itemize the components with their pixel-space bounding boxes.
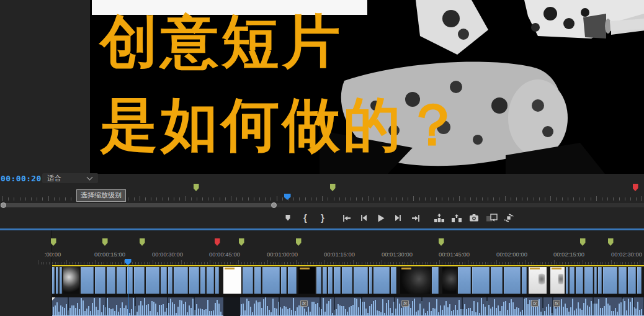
video-clip[interactable] — [603, 267, 617, 294]
waveform-bar — [382, 299, 383, 316]
audio-clip[interactable] — [52, 297, 223, 316]
waveform-bar — [429, 302, 430, 315]
video-clip[interactable] — [472, 267, 490, 294]
video-clip[interactable] — [223, 267, 241, 294]
video-clip[interactable] — [200, 267, 205, 294]
monitor-zoom-scrollbar-range[interactable] — [2, 203, 274, 207]
video-clip[interactable] — [566, 267, 568, 294]
video-clip[interactable] — [354, 267, 368, 294]
video-clip[interactable] — [522, 267, 527, 294]
video-clip[interactable] — [168, 267, 172, 294]
video-clip[interactable] — [442, 267, 457, 294]
go-to-in-icon[interactable] — [339, 212, 353, 223]
video-clip[interactable] — [56, 267, 58, 294]
extract-icon[interactable] — [450, 212, 463, 223]
video-clip[interactable] — [328, 267, 333, 294]
video-clip[interactable] — [117, 267, 126, 294]
scrollbar-handle-left[interactable] — [1, 202, 6, 208]
video-clip[interactable] — [134, 267, 145, 294]
waveform-bar — [287, 309, 288, 315]
waveform-bar — [351, 306, 352, 315]
fx-badge[interactable]: fx — [401, 300, 409, 307]
fx-badge[interactable]: fx — [300, 300, 308, 307]
video-clip[interactable] — [316, 267, 321, 294]
video-clip[interactable] — [373, 267, 390, 294]
video-clip[interactable] — [215, 267, 219, 294]
video-clip[interactable] — [146, 267, 159, 294]
waveform-bar — [109, 308, 110, 315]
video-clip[interactable] — [504, 267, 521, 294]
video-clip[interactable] — [63, 267, 79, 294]
video-clip[interactable] — [81, 267, 94, 294]
video-clip[interactable] — [619, 267, 627, 294]
scrollbar-handle-right[interactable] — [271, 202, 277, 208]
video-clip[interactable] — [95, 267, 105, 294]
video-clip[interactable] — [598, 267, 602, 294]
comparison-view-icon[interactable] — [485, 212, 498, 223]
video-clip[interactable] — [323, 267, 327, 294]
fx-badge[interactable]: fx — [553, 300, 560, 307]
video-clip[interactable] — [298, 267, 315, 294]
video-clip[interactable] — [342, 267, 352, 294]
video-clip[interactable] — [107, 267, 115, 294]
video-clip[interactable] — [281, 267, 287, 294]
video-clip[interactable] — [254, 267, 261, 294]
fx-badge[interactable]: fx — [531, 300, 539, 307]
audio-fade-handle[interactable] — [52, 297, 55, 300]
waveform-bar — [159, 305, 160, 315]
waveform-bar — [196, 304, 197, 316]
video-clip[interactable] — [637, 267, 642, 294]
transport-controls: {} — [279, 210, 517, 225]
video-clip[interactable] — [570, 267, 575, 294]
video-clip[interactable] — [243, 267, 253, 294]
video-clip[interactable] — [262, 267, 280, 294]
video-clip[interactable] — [189, 267, 199, 294]
video-clip[interactable] — [369, 267, 372, 294]
zoom-level-tooltip: 选择缩放级别 — [76, 189, 126, 202]
waveform-bar — [217, 300, 218, 315]
step-back-icon[interactable] — [357, 212, 370, 223]
video-clip[interactable] — [529, 267, 547, 294]
button-editor-icon[interactable] — [502, 212, 516, 223]
video-clip[interactable] — [594, 267, 597, 294]
ruler-timecode-label: 00:01:15:00 — [324, 251, 355, 258]
waveform-bar — [172, 302, 173, 315]
video-clip[interactable] — [207, 267, 214, 294]
step-forward-icon[interactable] — [391, 212, 405, 223]
video-clip[interactable] — [52, 267, 55, 294]
export-frame-icon[interactable] — [467, 212, 481, 223]
video-clip[interactable] — [391, 267, 396, 294]
waveform-bar — [92, 303, 93, 315]
video-clip[interactable] — [458, 267, 471, 294]
waveform-bar — [440, 305, 441, 315]
waveform-bar — [565, 304, 566, 315]
video-clip[interactable] — [550, 267, 565, 294]
add-marker-icon[interactable] — [281, 212, 295, 223]
timeline-playhead-line[interactable] — [128, 259, 129, 316]
lift-icon[interactable] — [432, 212, 446, 223]
waveform-bar — [153, 302, 154, 316]
video-clip[interactable] — [161, 267, 167, 294]
play-icon[interactable] — [374, 212, 388, 223]
video-clip[interactable] — [584, 267, 593, 294]
video-clip[interactable] — [174, 267, 188, 294]
mark-in-icon[interactable]: { — [298, 212, 312, 223]
waveform-bar — [177, 307, 179, 315]
video-clip[interactable] — [576, 267, 583, 294]
zoom-level-dropdown[interactable]: 适合 — [42, 173, 98, 183]
video-clip[interactable] — [628, 267, 636, 294]
video-clip[interactable] — [60, 267, 62, 294]
waveform-bar — [321, 309, 322, 315]
video-clip[interactable] — [400, 267, 431, 294]
video-clip[interactable] — [432, 267, 439, 294]
waveform-bar — [99, 298, 101, 315]
go-to-out-icon[interactable] — [409, 212, 423, 223]
video-clip[interactable] — [334, 267, 341, 294]
video-clip[interactable] — [491, 267, 503, 294]
video-clip[interactable] — [288, 267, 297, 294]
waveform-bar — [412, 301, 413, 315]
audio-cut — [68, 297, 69, 316]
mark-out-icon[interactable]: } — [316, 212, 329, 223]
waveform-bar — [94, 298, 95, 315]
waveform-bar — [423, 309, 424, 315]
